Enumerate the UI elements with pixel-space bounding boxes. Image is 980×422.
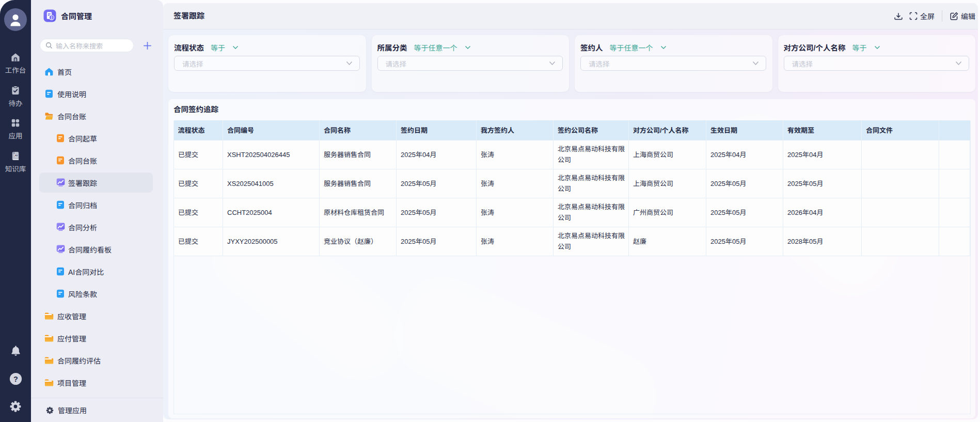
svg-text:?: ? <box>13 375 18 383</box>
svg-text:AI: AI <box>14 154 18 157</box>
